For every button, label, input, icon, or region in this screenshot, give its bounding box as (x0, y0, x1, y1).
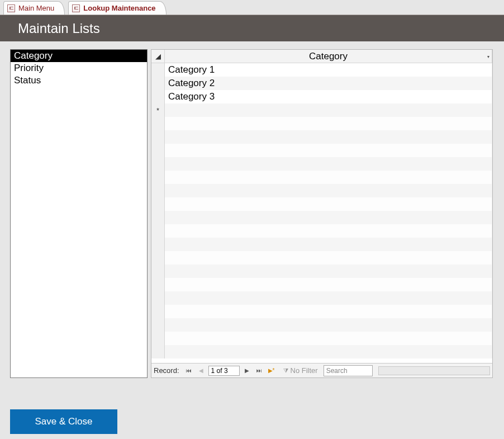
record-navigator: Record: ⏮ ◀ ▶ ⏭ ▶* ⧩ No Filter (151, 363, 492, 377)
empty-cell (165, 117, 492, 130)
empty-row (151, 238, 492, 251)
tab-strip: Main Menu Lookup Maintenance (0, 0, 504, 15)
empty-row (151, 197, 492, 211)
empty-row (151, 157, 492, 171)
empty-row (151, 305, 492, 318)
empty-row (151, 171, 492, 184)
column-filter-dropdown-icon[interactable]: ▾ (487, 54, 489, 59)
list-item-label: Category (14, 50, 53, 61)
empty-row (151, 345, 492, 358)
empty-row (151, 184, 492, 197)
empty-row (151, 130, 492, 144)
table-row[interactable]: Category 1 (151, 63, 492, 77)
table-row[interactable]: Category 2 (151, 77, 492, 90)
empty-cell (165, 171, 492, 184)
tab-label: Main Menu (18, 4, 54, 12)
empty-row (151, 144, 492, 157)
record-nav-label: Record: (154, 366, 179, 375)
previous-record-button[interactable]: ◀ (196, 366, 206, 376)
tab-lookup-maintenance[interactable]: Lookup Maintenance (68, 1, 166, 15)
empty-row (151, 251, 492, 265)
filter-icon: ⧩ (283, 367, 288, 374)
no-filter-label: No Filter (291, 366, 318, 375)
new-record-row[interactable]: * (151, 103, 492, 117)
next-record-button[interactable]: ▶ (242, 366, 252, 376)
form-icon (7, 4, 15, 12)
empty-row (151, 318, 492, 332)
list-item-label: Status (14, 75, 41, 86)
cell-category[interactable]: Category 2 (165, 77, 492, 90)
empty-cell (165, 305, 492, 318)
row-selector (151, 238, 165, 251)
row-selector (151, 130, 165, 144)
list-item-category[interactable]: Category (11, 50, 147, 62)
row-selector (151, 157, 165, 171)
row-selector (151, 117, 165, 130)
empty-cell (165, 345, 492, 358)
page-title: Maintain Lists (18, 21, 100, 36)
empty-cell (165, 157, 492, 171)
empty-row (151, 265, 492, 278)
new-record-marker: * (151, 103, 165, 117)
empty-row (151, 117, 492, 130)
row-selector (151, 305, 165, 318)
list-selector[interactable]: Category Priority Status (10, 49, 148, 378)
datasheet-header: ◢ Category ▾ (151, 50, 492, 63)
empty-cell (165, 278, 492, 291)
empty-cell (165, 265, 492, 278)
cell-category[interactable]: Category 3 (165, 90, 492, 103)
empty-cell (165, 224, 492, 238)
first-record-button[interactable]: ⏮ (184, 366, 194, 376)
list-item-status[interactable]: Status (11, 74, 147, 87)
empty-cell (165, 332, 492, 345)
cell-category[interactable] (165, 103, 492, 117)
row-selector (151, 224, 165, 238)
column-header-label: Category (309, 51, 348, 62)
row-selector (151, 291, 165, 305)
row-selector (151, 184, 165, 197)
empty-cell (165, 251, 492, 265)
horizontal-scrollbar[interactable] (378, 366, 490, 375)
empty-cell (165, 197, 492, 211)
empty-cell (165, 238, 492, 251)
empty-cell (165, 211, 492, 224)
table-row[interactable]: Category 3 (151, 90, 492, 103)
empty-row (151, 211, 492, 224)
last-record-button[interactable]: ⏭ (254, 366, 264, 376)
row-selector (151, 251, 165, 265)
list-item-label: Priority (14, 63, 44, 73)
form-header: Maintain Lists (0, 15, 504, 41)
tab-label: Lookup Maintenance (83, 4, 155, 12)
row-selector (151, 332, 165, 345)
empty-cell (165, 291, 492, 305)
row-selector (151, 265, 165, 278)
empty-cell (165, 318, 492, 332)
empty-cell (165, 130, 492, 144)
row-selector[interactable] (151, 90, 165, 103)
row-selector (151, 197, 165, 211)
row-selector[interactable] (151, 63, 165, 77)
save-and-close-button[interactable]: Save & Close (10, 409, 117, 434)
content-area: Category Priority Status ◢ Category ▾ Ca… (0, 41, 504, 378)
cell-category[interactable]: Category 1 (165, 63, 492, 77)
row-selector (151, 318, 165, 332)
list-item-priority[interactable]: Priority (11, 62, 147, 74)
row-selector (151, 278, 165, 291)
search-input[interactable] (324, 365, 373, 376)
row-selector (151, 345, 165, 358)
filter-indicator[interactable]: ⧩ No Filter (283, 366, 318, 375)
new-record-button[interactable]: ▶* (267, 366, 277, 376)
empty-cell (165, 144, 492, 157)
empty-row (151, 224, 492, 238)
tab-main-menu[interactable]: Main Menu (3, 1, 65, 15)
empty-row (151, 291, 492, 305)
column-header-category[interactable]: Category ▾ (165, 50, 492, 63)
form-icon (72, 4, 80, 12)
save-close-label: Save & Close (35, 416, 93, 427)
row-selector[interactable] (151, 77, 165, 90)
record-position-input[interactable] (208, 366, 240, 376)
empty-row (151, 278, 492, 291)
row-selector (151, 211, 165, 224)
select-all-cell[interactable]: ◢ (151, 50, 165, 63)
row-selector (151, 171, 165, 184)
